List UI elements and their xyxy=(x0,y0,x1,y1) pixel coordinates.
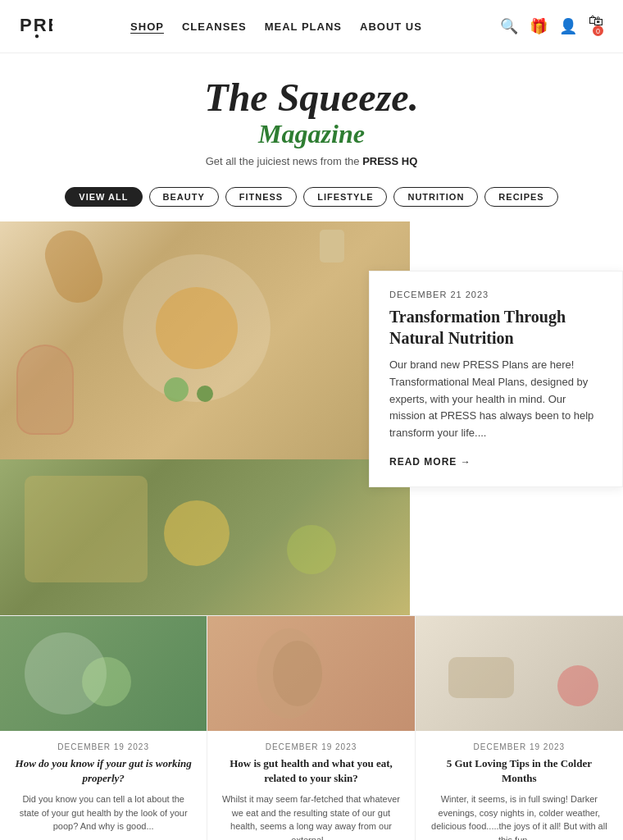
card-3-excerpt: Winter, it seems, is in full swing! Dark… xyxy=(429,792,610,840)
cards-grid: DECEMBER 19 2023 How do you know if your… xyxy=(0,615,623,840)
featured-article-1: DECEMBER 21 2023 Transformation Through … xyxy=(0,221,623,615)
food-image-top xyxy=(0,221,410,459)
card-3-title: 5 Gut Loving Tips in the Colder Months xyxy=(429,756,610,786)
nav-about-us[interactable]: ABOUT US xyxy=(360,21,422,33)
nav-shop[interactable]: SHOP xyxy=(130,21,164,33)
search-icon[interactable]: 🔍 xyxy=(500,17,518,35)
card-1: DECEMBER 19 2023 How do you know if your… xyxy=(0,616,207,840)
nav-meal-plans[interactable]: MEAL PLANS xyxy=(265,21,342,33)
featured-image xyxy=(0,221,410,615)
card-2-excerpt: Whilst it may seem far-fetched that what… xyxy=(221,792,401,840)
cart-badge: 0 xyxy=(593,25,603,36)
card-2-date: DECEMBER 19 2023 xyxy=(221,742,401,751)
card-2-content: DECEMBER 19 2023 How is gut health and w… xyxy=(207,731,414,840)
card-1-excerpt: Did you know you can tell a lot about th… xyxy=(13,792,193,840)
filter-view-all[interactable]: VIEW ALL xyxy=(65,187,142,207)
filter-beauty[interactable]: BEAUTY xyxy=(149,187,219,207)
svg-text:●: ● xyxy=(34,31,39,39)
filter-nutrition[interactable]: NUTRITION xyxy=(393,187,478,207)
card-3: DECEMBER 19 2023 5 Gut Loving Tips in th… xyxy=(416,616,623,840)
card-1-content: DECEMBER 19 2023 How do you know if your… xyxy=(0,731,207,840)
nav-cleanses[interactable]: CLEANSES xyxy=(182,21,247,33)
hero-section: The Squeeze. Magazine Get all the juicie… xyxy=(0,53,623,176)
logo-mark: PRESS ● xyxy=(20,10,52,43)
card-1-image xyxy=(0,616,207,731)
nav-icons: 🔍 🎁 👤 🛍 0 xyxy=(500,12,603,40)
food-image-bottom xyxy=(0,459,410,615)
card-2: DECEMBER 19 2023 How is gut health and w… xyxy=(207,616,415,840)
nav-links: SHOP CLEANSES MEAL PLANS ABOUT US xyxy=(130,21,422,33)
filter-fitness[interactable]: FITNESS xyxy=(225,187,297,207)
card-3-date: DECEMBER 19 2023 xyxy=(429,742,610,751)
filter-recipes[interactable]: RECIPES xyxy=(484,187,557,207)
gift-icon[interactable]: 🎁 xyxy=(530,17,548,35)
cart-icon[interactable]: 🛍 0 xyxy=(589,12,603,40)
featured-date: DECEMBER 21 2023 xyxy=(389,290,603,299)
card-3-content: DECEMBER 19 2023 5 Gut Loving Tips in th… xyxy=(416,731,623,840)
hero-subtitle: Get all the juiciest news from the PRESS… xyxy=(16,155,607,167)
card-3-image xyxy=(416,616,623,731)
hero-title: The Squeeze. Magazine xyxy=(16,76,607,148)
filter-pills: VIEW ALL BEAUTY FITNESS LIFESTYLE NUTRIT… xyxy=(0,187,623,207)
filter-lifestyle[interactable]: LIFESTYLE xyxy=(303,187,387,207)
account-icon[interactable]: 👤 xyxy=(559,17,577,35)
card-1-date: DECEMBER 19 2023 xyxy=(13,742,193,751)
card-2-title: How is gut health and what you eat, rela… xyxy=(221,756,401,786)
featured-article-card: DECEMBER 21 2023 Transformation Through … xyxy=(369,271,623,487)
logo[interactable]: PRESS ● xyxy=(20,10,52,43)
card-1-title: How do you know if your gut is working p… xyxy=(13,756,193,786)
featured-read-more[interactable]: READ MORE → xyxy=(389,456,471,468)
navigation: PRESS ● SHOP CLEANSES MEAL PLANS ABOUT U… xyxy=(0,0,623,53)
card-2-image xyxy=(207,616,414,731)
featured-excerpt: Our brand new PRESS Plans are here! Tran… xyxy=(389,357,603,442)
featured-title: Transformation Through Natural Nutrition xyxy=(389,306,603,349)
